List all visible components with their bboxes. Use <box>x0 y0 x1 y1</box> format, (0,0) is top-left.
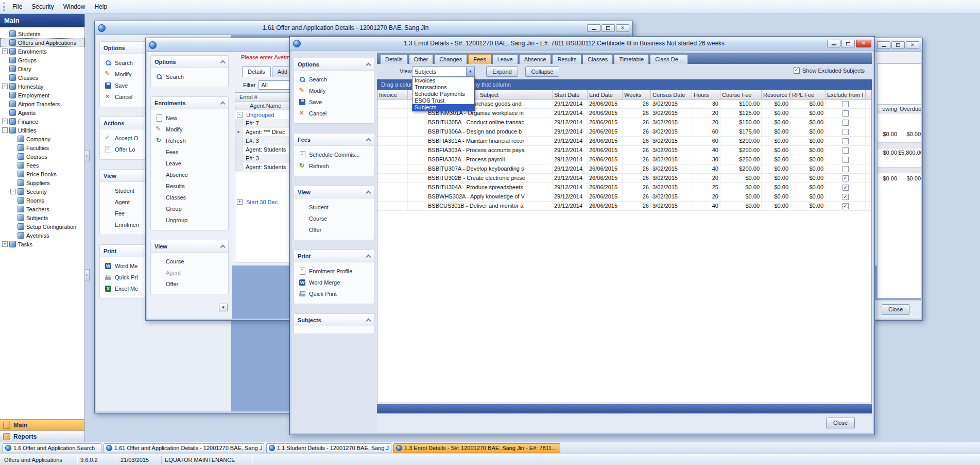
pane-group-header-options[interactable]: Options <box>151 56 228 68</box>
taskbar-button-1[interactable]: 1.6 Offer and Application Search <box>3 443 101 453</box>
sidebar-item-company[interactable]: Company <box>0 135 84 143</box>
exclude-checkbox[interactable] <box>843 157 849 163</box>
exclude-checkbox[interactable] <box>843 166 849 172</box>
pane-group-header-print[interactable]: Print <box>294 250 374 262</box>
pane-group-header-options[interactable]: Options <box>294 58 374 71</box>
menu-window[interactable]: Window <box>59 1 90 12</box>
column-header-census-date[interactable]: Census Date <box>651 90 692 99</box>
dropdown-option-schedule-payments[interactable]: Schedule Payments <box>412 91 474 97</box>
pane-group-header-subjects[interactable]: Subjects <box>294 314 374 326</box>
pane-item-offer[interactable]: Offer <box>294 224 374 236</box>
sidebar-item-homestay[interactable]: +Homestay <box>0 82 84 91</box>
sidebar-item-security[interactable]: +Security <box>0 187 84 196</box>
sidebar-item-setup-configuration[interactable]: Setup Configuration <box>0 222 84 231</box>
title-bar[interactable]: 1.61 Offer and Application Details - 120… <box>95 21 632 35</box>
sidebar-item-faculties[interactable]: Faculties <box>0 143 84 152</box>
checkbox[interactable] <box>794 68 800 74</box>
expand-button[interactable]: Expand <box>486 67 518 77</box>
taskbar-button-2[interactable]: 1.61 Offer and Application Details - 120… <box>104 443 264 453</box>
sidebar-item-price-books[interactable]: Price Books <box>0 170 84 178</box>
tab-leave[interactable]: Leave <box>492 54 518 64</box>
pane-item-classes[interactable]: Classes <box>151 192 228 203</box>
column-header-course-fee[interactable]: Course Fee <box>720 90 762 99</box>
subject-row[interactable]: BSBITU306A - Design and produce b29/12/2… <box>377 127 871 137</box>
close-button[interactable]: ✕ <box>906 41 919 49</box>
pane-item-course[interactable]: Course <box>151 256 228 267</box>
sidebar-footer-main[interactable]: Main <box>0 419 84 430</box>
tab-fees[interactable]: Fees <box>468 54 491 64</box>
dropdown-arrow-icon[interactable]: ▼ <box>466 67 474 76</box>
sidebar-item-agents[interactable]: Agents <box>0 108 84 117</box>
tab-other[interactable]: Other <box>409 54 434 64</box>
pane-group-header-fees[interactable]: Fees <box>294 134 374 146</box>
expand-toggle-icon[interactable]: + <box>10 189 16 194</box>
sidebar-item-suppliers[interactable]: Suppliers <box>0 178 84 187</box>
pane-item-group[interactable]: Group <box>151 203 228 214</box>
close-button[interactable]: ✕ <box>616 24 629 32</box>
subject-row[interactable]: BSBFIA302A - Process payroll29/12/201426… <box>377 155 871 164</box>
menu-file[interactable]: File <box>8 1 27 12</box>
column-header-hours[interactable]: Hours <box>692 90 720 99</box>
exclude-checkbox[interactable]: ✓ <box>843 203 849 209</box>
exclude-checkbox[interactable]: ✓ <box>843 194 849 200</box>
exclude-checkbox[interactable] <box>843 120 849 126</box>
column-header-start-date[interactable]: Start Date <box>553 90 588 99</box>
tab-timetable[interactable]: Timetable <box>614 54 649 64</box>
subject-row[interactable]: BSBITU305A - Conduct online transac29/12… <box>377 118 871 127</box>
column-header-end-date[interactable]: End Date <box>588 90 623 99</box>
pane-item-modify[interactable]: Modify <box>151 124 228 135</box>
dropdown-option-transactions[interactable]: Transactions <box>412 84 474 91</box>
tab-absence[interactable]: Absence <box>519 54 552 64</box>
dropdown-option-subjects[interactable]: Subjects <box>412 104 474 111</box>
pane-item-word-merge[interactable]: Word Merge <box>294 277 374 288</box>
pane-item-refresh[interactable]: Refresh <box>151 135 228 146</box>
tab-changes[interactable]: Changes <box>434 54 467 64</box>
exclude-checkbox[interactable] <box>843 129 849 135</box>
sidebar-item-classes[interactable]: Classes <box>0 73 84 82</box>
pane-item-save[interactable]: Save <box>294 96 374 108</box>
collapse-left-chevron-icon[interactable]: ‹ <box>84 269 90 280</box>
sidebar-item-employment[interactable]: Employment <box>0 91 84 99</box>
sidebar-item-diary[interactable]: Diary <box>0 64 84 73</box>
column-header-resource-fe[interactable]: Resource Fe <box>762 90 790 99</box>
collapse-left-chevron-icon[interactable]: ‹ <box>84 150 90 161</box>
subject-row[interactable]: BSBITU304A - Produce spreadsheets29/12/2… <box>377 183 871 192</box>
close-button[interactable]: ✕ <box>856 40 871 47</box>
column-header-invoice[interactable]: Invoice <box>377 90 408 99</box>
dropdown-option-esos-trust[interactable]: ESOS Trust <box>412 97 474 104</box>
pane-item-schedule-commis[interactable]: Schedule Commis... <box>294 149 374 160</box>
pane-item-course[interactable]: Course <box>294 213 374 224</box>
pane-item-student[interactable]: Student <box>294 202 374 213</box>
pane-item-refresh[interactable]: Refresh <box>294 160 374 172</box>
close-button[interactable]: Close <box>882 304 909 315</box>
sidebar-item-utilities[interactable]: -Utilities <box>0 126 84 135</box>
expand-toggle-icon[interactable]: - <box>2 127 8 133</box>
column-header-weeks[interactable]: Weeks <box>623 90 651 99</box>
title-bar[interactable]: 1.3 Enrol Details - S#: 12001270 BAE, Sa… <box>290 37 874 51</box>
sidebar-item-enrolments[interactable]: +Enrolments <box>0 47 84 56</box>
pane-item-new[interactable]: New <box>151 112 228 124</box>
sidebar-item-airport-transfers[interactable]: Airport Transfers <box>0 99 84 108</box>
minimize-button[interactable] <box>827 40 840 47</box>
subject-row[interactable]: BSBCUS301B - Deliver and monitor a29/12/… <box>377 202 871 211</box>
sidebar-item-finance[interactable]: +Finance <box>0 117 84 126</box>
pane-group-header-enrolments[interactable]: Enrolments <box>151 97 228 109</box>
pane-item-search[interactable]: Search <box>294 74 374 85</box>
column-header-exclude-from-i[interactable]: Exclude from I <box>826 90 866 99</box>
close-button[interactable]: Close <box>826 418 855 428</box>
sidebar-item-students[interactable]: Students <box>0 29 84 38</box>
pane-item-search[interactable]: Search <box>151 71 228 82</box>
exclude-checkbox[interactable] <box>843 147 849 154</box>
sidebar-item-subjects[interactable]: Subjects <box>0 213 84 222</box>
sidebar-item-fees[interactable]: Fees <box>0 161 84 170</box>
scroll-down-icon[interactable]: ▼ <box>219 304 228 311</box>
sidebar-item-groups[interactable]: Groups <box>0 56 84 64</box>
tab-class-de[interactable]: Class De... <box>650 54 688 64</box>
taskbar-button-3[interactable]: 1.1 Student Details - 12001270 BAE, Sang… <box>266 443 391 453</box>
subject-row[interactable]: BSBFIA303A - Process accounts paya29/12/… <box>377 146 871 155</box>
view-dropdown[interactable]: Subjects ▼ <box>412 67 475 77</box>
menu-security[interactable]: Security <box>27 1 58 12</box>
subject-row[interactable]: BSBITU307A - Develop keyboarding s29/12/… <box>377 164 871 174</box>
collapse-button[interactable]: Collapse <box>525 67 559 77</box>
pane-item-offer[interactable]: Offer <box>151 278 228 290</box>
